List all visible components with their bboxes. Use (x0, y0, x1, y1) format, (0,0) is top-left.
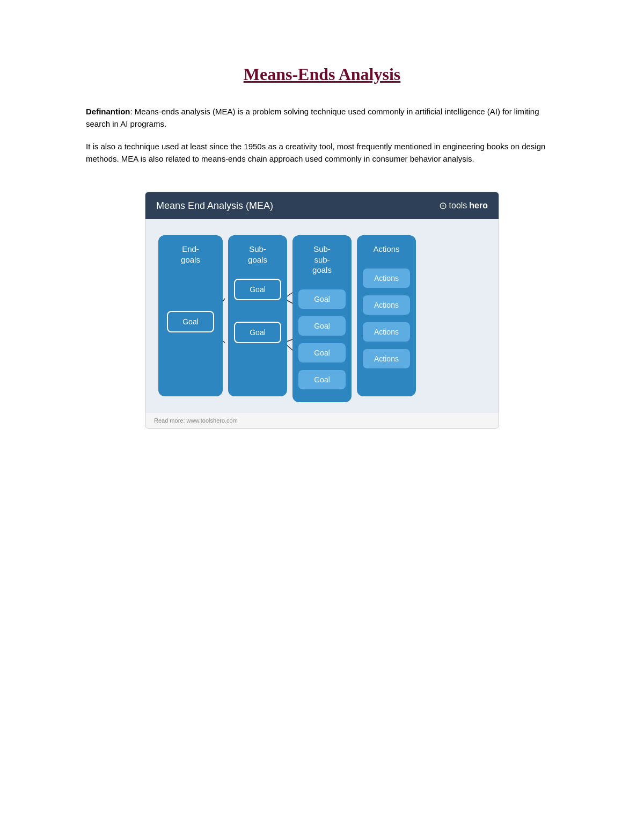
footer-text: Read more: www.toolshero.com (154, 417, 238, 424)
column-subgoals: Sub-goals Goal Goal (228, 235, 287, 396)
actions-items: Actions Actions Actions Actions (363, 269, 410, 368)
column-subsubgoals: Sub-sub-goals Goal Goal Goal Goal (292, 235, 352, 402)
actions-item-4: Actions (363, 349, 410, 368)
subsubgoals-goal-4: Goal (298, 370, 346, 389)
diagram-title: Means End Analysis (MEA) (156, 200, 273, 212)
actions-item-2: Actions (363, 295, 410, 315)
mea-diagram: Means End Analysis (MEA) ⊙ toolshero (145, 192, 499, 429)
actions-item-3: Actions (363, 322, 410, 342)
toolshero-logo: ⊙ toolshero (439, 200, 488, 212)
logo-icon: ⊙ (439, 200, 447, 212)
diagram-header: Means End Analysis (MEA) ⊙ toolshero (145, 192, 499, 219)
subgoals-label: Sub-goals (248, 244, 267, 265)
definition-block: Definantion: Means-ends analysis (MEA) i… (86, 106, 558, 130)
definition-text: : Means-ends analysis (MEA) is a problem… (86, 107, 539, 128)
subsubgoals-label: Sub-sub-goals (312, 244, 332, 275)
subgoals-goal-2: Goal (234, 322, 281, 343)
page-title: Means-Ends Analysis (86, 64, 558, 84)
subgoals-items: Goal Goal (234, 279, 281, 343)
page-title-section: Means-Ends Analysis (86, 64, 558, 84)
subsubgoals-goal-2: Goal (298, 316, 346, 336)
endgoals-goal-1: Goal (167, 311, 214, 332)
subsubgoals-goal-3: Goal (298, 343, 346, 362)
actions-item-1: Actions (363, 269, 410, 288)
actions-label: Actions (373, 244, 399, 255)
page-wrapper: Means-Ends Analysis Definantion: Means-e… (86, 64, 558, 429)
diagram-footer: Read more: www.toolshero.com (145, 413, 499, 428)
subsubgoals-items: Goal Goal Goal Goal (298, 289, 346, 389)
logo-hero: hero (469, 201, 488, 211)
diagram-body-wrapper: End-goals Goal Sub-goals Goal Goal (145, 219, 499, 413)
endgoals-label: End-goals (181, 244, 200, 265)
mea-grid: End-goals Goal Sub-goals Goal Goal (158, 235, 486, 402)
subgoals-goal-1: Goal (234, 279, 281, 300)
column-actions: Actions Actions Actions Actions Actions (357, 235, 416, 396)
paragraph2: It is also a technique used at least sin… (86, 141, 558, 165)
logo-tools: tools (449, 201, 467, 211)
subsubgoals-goal-1: Goal (298, 289, 346, 309)
diagram-body: End-goals Goal Sub-goals Goal Goal (145, 219, 499, 413)
definition-label: Definantion (86, 107, 130, 116)
column-endgoals: End-goals Goal (158, 235, 223, 396)
